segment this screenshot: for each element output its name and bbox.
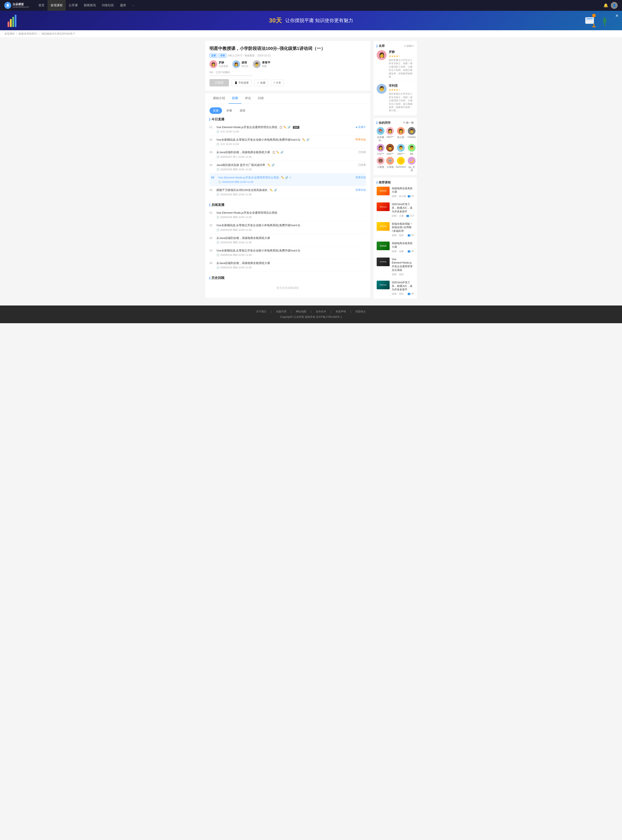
course-actions: 已购买 📱 手机观看 ☆ 收藏 ⤴ 分享 <box>209 79 366 86</box>
share-icon-05[interactable]: ↗ <box>289 176 291 180</box>
edit-icon-03[interactable]: ✏️ <box>276 151 279 154</box>
footer-recruit[interactable]: 招贤纳士 <box>355 310 366 313</box>
teacher-card-avatar-0: 👩 <box>377 50 387 60</box>
classmate-8[interactable]: 🐻 小熊熊 <box>377 157 384 172</box>
teacher-avatar-1: 👩 <box>232 60 240 68</box>
teachers-pagination[interactable]: < 1/10 > <box>404 44 414 47</box>
link-icon-05[interactable]: 🔗 <box>285 176 288 180</box>
later-time-04: 🕐 2020/02/26 周四 10:00~11:00 <box>216 254 366 257</box>
rec-item-0[interactable]: 高级电商 高级电商全线系统大课 讲师：张小锋 👥 34 <box>377 187 414 200</box>
sub-tab-classroom[interactable]: 面授 <box>236 107 249 114</box>
classmate-name-4: 1767** <box>377 153 384 155</box>
user-avatar[interactable]: 👤 <box>611 2 618 9</box>
lesson-time-05: 🕐 2020/02/26 周四 10:00~11:00 <box>218 180 353 184</box>
tab-intro[interactable]: 课程介绍 <box>209 93 229 104</box>
share-button[interactable]: ⤴ 分享 <box>271 79 284 86</box>
classmate-10[interactable]: ☀️ Summers <box>396 157 406 172</box>
teacher-desc-1: 国内某重点大学安全工程专业硕士，国家一级注册消防工程师、注册安全工程师、级注册建… <box>389 92 414 112</box>
banner-close-icon[interactable]: ✕ <box>615 14 619 18</box>
logo[interactable]: 云朵课堂 yunduoketang.com <box>4 2 29 9</box>
tab-comments[interactable]: 评论 <box>241 93 255 104</box>
edit-icon-05[interactable]: ✏️ <box>281 176 284 180</box>
lesson-status-05[interactable]: 查看回放 <box>353 176 366 179</box>
rec-item-3[interactable]: 高级电商 高级电商全线系统大课 讲师：冷峰 👥 46 <box>377 241 414 255</box>
svg-rect-2 <box>8 21 9 27</box>
collect-button[interactable]: ☆ 收藏 <box>254 79 268 86</box>
classmate-4[interactable]: 👩 1767** <box>377 144 384 155</box>
classmates-refresh[interactable]: ↻ 换一换 <box>403 121 414 125</box>
header-right: 🔔 👤 <box>604 2 618 9</box>
later-num-04: 04 <box>209 249 215 252</box>
nav-more[interactable]: ··· <box>129 0 138 11</box>
edit-icon-01[interactable]: ✏️ <box>284 125 287 129</box>
later-num-02: 02 <box>209 223 215 227</box>
live-dot-01 <box>356 127 357 128</box>
edit-icon-06[interactable]: ✏️ <box>270 188 273 192</box>
edit-icon-04[interactable]: ✏️ <box>267 163 271 167</box>
sub-tab-live[interactable]: 直播 <box>209 107 222 114</box>
classmate-0[interactable]: 📚 化学教书... <box>377 127 384 142</box>
link-icon-01[interactable]: 🔗 <box>287 125 291 129</box>
classmate-6[interactable]: 👨 1867** <box>396 144 406 155</box>
nav-home[interactable]: 首页 <box>35 0 47 11</box>
footer-sitemap[interactable]: 网站地图 <box>296 310 306 313</box>
footer-disclaimer[interactable]: 免责声明 <box>335 310 346 313</box>
notification-bell[interactable]: 🔔 <box>604 3 608 8</box>
tab-catalog[interactable]: 目录 <box>229 93 241 104</box>
breadcrumb-series[interactable]: 新媒体营销系列 <box>18 32 37 35</box>
lesson-num-04: 04 <box>209 163 215 166</box>
later-lesson-03: 03 从Java后端到全栈，高级电商全栈系统大课 🕐 2020/02/26 周四… <box>209 234 366 246</box>
classmate-9[interactable]: 🐺 大笨狼 <box>386 157 394 172</box>
classmate-avatar-1: 👩 <box>386 127 394 135</box>
link-icon-06[interactable]: 🔗 <box>274 188 277 192</box>
rec-item-1[interactable]: 玩转Java 玩转Java开发工具，精通JUC，成为开发多面手 讲师：王册 👥 … <box>377 202 414 220</box>
classmate-2[interactable]: 👩 张小田 <box>396 127 406 142</box>
copy-icon-01[interactable]: 📋 <box>279 125 282 129</box>
later-title-01: Vue Element+Node.js开发企业通用管理后台系统 <box>216 211 366 215</box>
classmate-3[interactable]: 👨 Charles <box>407 127 416 142</box>
footer-partner[interactable]: 合作伙伴 <box>316 310 326 313</box>
classmate-avatar-4: 👩 <box>377 144 384 152</box>
link-icon-02[interactable]: 🔗 <box>306 138 309 142</box>
course-meta: 246人已学习 · 有效期至：2019-10-21 <box>228 54 271 58</box>
footer-about[interactable]: 关于我们 <box>256 310 267 313</box>
nav-qa[interactable]: 问答社区 <box>99 0 117 11</box>
mobile-watch-button[interactable]: 📱 手机观看 <box>232 79 252 86</box>
lesson-status-02[interactable]: 即将开始 <box>353 138 366 142</box>
lesson-status-06[interactable]: 查看回放 <box>353 188 366 192</box>
later-lesson-05: 05 从Java后端到全栈，高级电商全栈系统大课 🕐 2020/02/26 周四… <box>209 259 366 272</box>
rec-item-2[interactable]: 前端全栈 前端全栈加强版！前端全线+全周期+多端应用 讲师：岱田 👥 56 <box>377 222 414 240</box>
later-lesson-04: 04 Vue全家桶实战 从零独立开发企业级小米电商系统(免费升级Vue3.0) … <box>209 246 366 259</box>
copy-icon-03[interactable]: 📋 <box>272 151 275 154</box>
nav-quiz[interactable]: 题库 <box>117 0 129 11</box>
classmate-11[interactable]: 🌙 qq_天涯 <box>407 157 416 172</box>
sub-tab-replay[interactable]: 录播 <box>223 107 235 114</box>
classmate-name-1: 1567** <box>386 136 393 138</box>
classmate-7[interactable]: 👨 Bill <box>407 144 416 155</box>
nav-news[interactable]: 新闻资讯 <box>81 0 99 11</box>
teacher-role-0: 主讲老师 <box>218 64 228 68</box>
lesson-time-03: 🕐 2020/02/27 周三 10:00~11:00 <box>216 155 356 159</box>
course-badges: 直播 录播 246人已学习 · 有效期至：2019-10-21 <box>209 53 366 58</box>
link-icon-03[interactable]: 🔗 <box>281 151 284 154</box>
rec-meta-0: 讲师：张小锋 👥 34 <box>392 195 414 198</box>
classmate-5[interactable]: 👨 1567** <box>386 144 394 155</box>
nav-discover[interactable]: 发现课程 <box>47 0 66 11</box>
banner-deco-right <box>581 11 609 30</box>
classmate-avatar-8: 🐻 <box>377 157 384 165</box>
edit-icon-02[interactable]: ✏️ <box>302 138 305 142</box>
later-time-05: 🕐 2020/02/26 周四 10:00~11:00 <box>216 266 366 269</box>
nav-open[interactable]: 公开课 <box>66 0 81 11</box>
breadcrumb-home[interactable]: 发现课程 <box>4 32 15 35</box>
tab-qa[interactable]: 问答 <box>255 93 267 104</box>
lesson-status-01[interactable]: 直播中 <box>354 125 366 129</box>
classmate-avatar-10: ☀️ <box>397 157 405 165</box>
bought-button[interactable]: 已购买 <box>209 79 229 86</box>
rec-title-1: 玩转Java开发工具，精通JUC，成为开发多面手 <box>392 202 414 213</box>
footer-copyright: Copyright© 云朵学院 版权所有 京ICP备17051340号-1 <box>4 315 618 319</box>
link-icon-04[interactable]: 🔗 <box>271 163 275 167</box>
classmate-1[interactable]: 👩 1567** <box>386 127 394 142</box>
rec-item-5[interactable]: 玩转Java 玩转Java开发工具，精通JUC，成为开发多面手 讲师：岱田 👥 … <box>377 281 414 296</box>
footer-agent[interactable]: 加盟代理 <box>276 310 287 313</box>
rec-item-4[interactable]: Vue/Node Vue Element+Node.js开发企业通用管理后台系统… <box>377 258 414 278</box>
